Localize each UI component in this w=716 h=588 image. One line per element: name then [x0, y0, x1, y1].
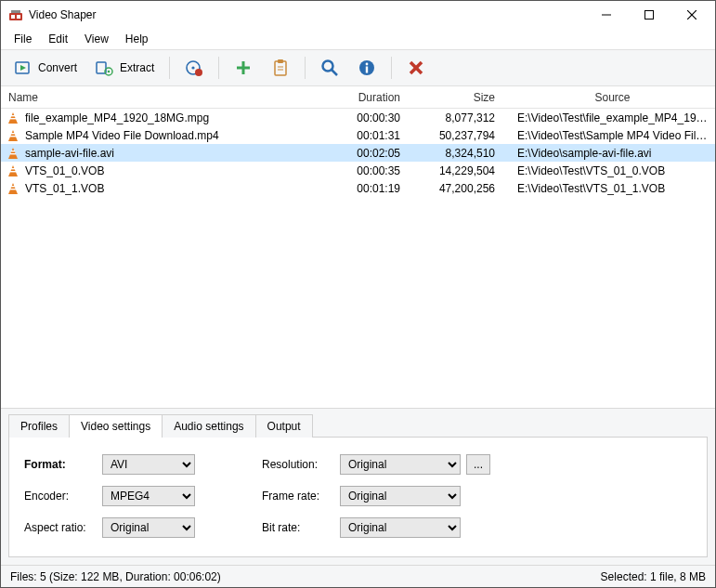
svg-rect-42 [11, 186, 15, 187]
svg-rect-39 [11, 168, 15, 169]
clipboard-icon [271, 59, 290, 77]
svg-point-15 [195, 69, 202, 76]
framerate-label: Frame rate: [262, 490, 334, 503]
resolution-select[interactable]: Original [340, 454, 461, 475]
file-name: Sample MP4 Video File Download.mp4 [25, 129, 219, 142]
encoder-label: Encoder: [24, 490, 97, 503]
vlc-cone-icon [7, 164, 20, 177]
col-name[interactable]: Name [1, 91, 326, 104]
table-row[interactable]: Sample MP4 Video File Download.mp400:01:… [1, 126, 715, 144]
format-label: Format: [24, 458, 97, 471]
tabs: Profiles Video settings Audio settings O… [1, 413, 715, 437]
status-bar: Files: 5 (Size: 122 MB, Duration: 00:06:… [1, 565, 715, 587]
file-duration: 00:01:31 [326, 129, 419, 142]
column-headers: Name Duration Size Source [1, 86, 715, 109]
svg-rect-5 [645, 11, 654, 20]
svg-point-22 [323, 61, 333, 72]
col-size[interactable]: Size [419, 91, 502, 104]
vlc-cone-icon [7, 147, 20, 160]
table-row[interactable]: VTS_01_0.VOB00:00:3514,229,504E:\Video\T… [1, 162, 715, 179]
paste-button[interactable] [266, 55, 295, 81]
minimize-button[interactable] [585, 1, 628, 29]
file-rows: file_example_MP4_1920_18MG.mpg00:00:308,… [1, 109, 715, 408]
svg-rect-2 [17, 15, 20, 19]
tab-video-settings[interactable]: Video settings [69, 414, 163, 438]
status-right: Selected: 1 file, 8 MB [601, 570, 706, 583]
status-left: Files: 5 (Size: 122 MB, Duration: 00:06:… [10, 570, 601, 583]
file-size: 47,200,256 [419, 182, 502, 195]
col-source[interactable]: Source [502, 91, 715, 104]
encoder-select[interactable]: MPEG4 [102, 486, 195, 506]
table-row[interactable]: file_example_MP4_1920_18MG.mpg00:00:308,… [1, 109, 715, 126]
menu-edit[interactable]: Edit [41, 31, 75, 47]
svg-point-12 [108, 71, 111, 73]
tab-output[interactable]: Output [255, 414, 313, 438]
svg-point-14 [192, 66, 195, 69]
toolbar: Convert Extract [1, 49, 715, 86]
plus-icon [234, 59, 253, 77]
settings-panel: Profiles Video settings Audio settings O… [1, 408, 715, 587]
svg-rect-40 [10, 171, 16, 172]
file-duration: 00:02:05 [326, 147, 419, 160]
toolbar-separator [305, 57, 306, 79]
tab-profiles[interactable]: Profiles [8, 414, 70, 438]
close-button[interactable] [670, 1, 713, 29]
file-name: sample-avi-file.avi [25, 147, 114, 160]
extract-button[interactable]: Extract [90, 55, 160, 81]
tab-audio-settings[interactable]: Audio settings [162, 414, 255, 438]
search-button[interactable] [315, 55, 345, 81]
col-duration[interactable]: Duration [326, 91, 419, 104]
framerate-select[interactable]: Original [340, 486, 461, 506]
file-source: E:\Video\sample-avi-file.avi [502, 147, 715, 160]
menu-file[interactable]: File [7, 31, 39, 47]
x-icon [407, 59, 425, 77]
svg-rect-36 [11, 150, 15, 151]
table-row[interactable]: VTS_01_1.VOB00:01:1947,200,256E:\Video\T… [1, 179, 715, 197]
extract-label: Extract [120, 61, 154, 74]
file-duration: 00:01:19 [326, 182, 419, 195]
titlebar: Video Shaper [1, 1, 715, 29]
search-icon [320, 59, 339, 77]
file-size: 50,237,794 [419, 129, 502, 142]
table-row[interactable]: sample-avi-file.avi00:02:058,324,510E:\V… [1, 144, 715, 162]
toolbar-separator [218, 57, 219, 79]
app-icon [8, 7, 23, 22]
svg-rect-34 [10, 136, 16, 137]
add-button[interactable] [228, 55, 258, 81]
svg-rect-30 [11, 115, 15, 116]
vlc-cone-icon [7, 111, 20, 124]
maximize-button[interactable] [628, 1, 670, 29]
bitrate-label: Bit rate: [262, 521, 334, 534]
file-source: E:\Video\Test\VTS_01_0.VOB [502, 164, 715, 177]
disc-button[interactable] [179, 55, 209, 81]
svg-rect-33 [11, 133, 15, 134]
svg-rect-18 [275, 61, 286, 75]
svg-line-23 [332, 70, 337, 75]
menu-help[interactable]: Help [118, 31, 156, 47]
window-title: Video Shaper [29, 8, 97, 21]
resolution-browse-button[interactable]: ... [466, 454, 490, 475]
extract-icon [96, 59, 114, 77]
file-source: E:\Video\Test\file_example_MP4_192... [502, 111, 715, 124]
svg-rect-37 [10, 153, 16, 154]
info-icon [358, 59, 376, 77]
toolbar-separator [391, 57, 392, 79]
menu-view[interactable]: View [77, 31, 116, 47]
file-source: E:\Video\Test\Sample MP4 Video File... [502, 129, 715, 142]
svg-rect-43 [10, 189, 16, 189]
bitrate-select[interactable]: Original [340, 517, 461, 538]
aspect-label: Aspect ratio: [24, 521, 97, 534]
svg-rect-1 [11, 15, 15, 19]
aspect-select[interactable]: Original [102, 517, 195, 538]
file-size: 8,324,510 [419, 147, 502, 160]
convert-button[interactable]: Convert [8, 55, 83, 81]
remove-button[interactable] [401, 55, 431, 81]
file-duration: 00:00:30 [326, 111, 419, 124]
vlc-cone-icon [7, 129, 20, 142]
svg-rect-26 [366, 67, 368, 73]
convert-icon [14, 59, 33, 77]
svg-point-25 [366, 63, 369, 66]
info-button[interactable] [352, 55, 382, 81]
format-select[interactable]: AVI [102, 454, 195, 475]
file-size: 14,229,504 [419, 164, 502, 177]
